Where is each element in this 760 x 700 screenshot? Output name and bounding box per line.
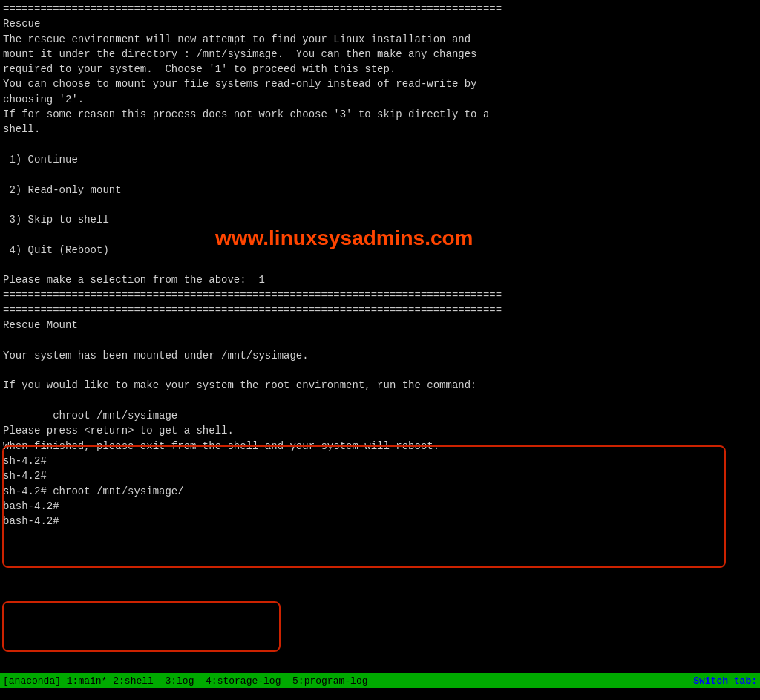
separator-mid2: ========================================… (3, 303, 757, 318)
desc3: required to your system. Choose '1' to p… (3, 62, 757, 76)
opt3: 3) Skip to shell (3, 212, 757, 227)
statusbar-right: Switch tab: (693, 676, 757, 687)
statusbar-left: [anaconda] 1:main* 2:shell 3:log 4:stora… (3, 676, 693, 687)
blank8 (3, 363, 757, 378)
sh3: sh-4.2# chroot /mnt/sysimage/ (3, 484, 757, 499)
separator-top: ========================================… (3, 1, 757, 16)
separator-mid1: ========================================… (3, 288, 757, 303)
blank3 (3, 167, 757, 182)
desc7: shell. (3, 122, 757, 137)
desc4: You can choose to mount your file system… (3, 76, 757, 91)
opt1: 1) Continue (3, 152, 757, 167)
bash2: bash-4.2# (3, 514, 757, 529)
bash1: bash-4.2# (3, 499, 757, 514)
press-return: Please press <return> to get a shell. (3, 423, 757, 438)
sh1: sh-4.2# (3, 454, 757, 468)
blank2 (3, 137, 757, 152)
desc5: choosing '2'. (3, 92, 757, 107)
selection-prompt: Please make a selection from the above: … (3, 272, 757, 287)
bottom-bar (0, 688, 760, 700)
blank9 (3, 393, 757, 408)
root-env-msg: If you would like to make your system th… (3, 378, 757, 393)
blank4 (3, 197, 757, 212)
when-finished: When finished, please exit from the shel… (3, 439, 757, 454)
rescue-title: Rescue (3, 16, 757, 31)
opt4: 4) Quit (Reboot) (3, 243, 757, 258)
chroot-cmd: chroot /mnt/sysimage (3, 408, 757, 423)
rescue-mount-title: Rescue Mount (3, 318, 757, 333)
desc6: If for some reason this process does not… (3, 107, 757, 122)
blank6 (3, 258, 757, 272)
terminal: ========================================… (0, 0, 760, 673)
opt2: 2) Read-only mount (3, 183, 757, 197)
status-bar: [anaconda] 1:main* 2:shell 3:log 4:stora… (0, 673, 760, 688)
desc2: mount it under the directory : /mnt/sysi… (3, 47, 757, 62)
desc1: The rescue environment will now attempt … (3, 32, 757, 47)
blank5 (3, 227, 757, 242)
sh2: sh-4.2# (3, 468, 757, 483)
mounted-msg: Your system has been mounted under /mnt/… (3, 348, 757, 363)
blank7 (3, 333, 757, 348)
